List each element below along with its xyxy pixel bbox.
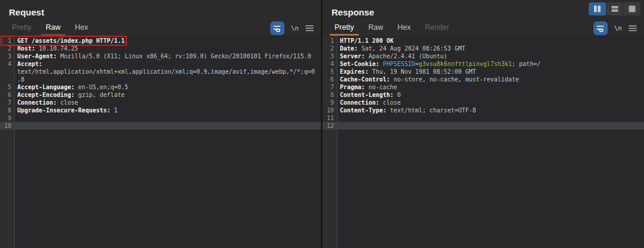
line-number: 12 [323,122,337,130]
tab-hex[interactable]: Hex [68,20,95,36]
editor-menu-button[interactable] [629,25,637,32]
code-line[interactable]: 11 [323,114,644,122]
line-number [0,76,14,83]
tab-render[interactable]: Render [418,20,457,36]
editor-menu-button[interactable] [305,25,314,32]
line-number: 1 [323,37,337,45]
code-line[interactable]: 2Date: Sat, 24 Aug 2024 08:26:53 GMT [323,45,644,52]
code-text: Content-Length: 0 [337,91,401,99]
code-line[interactable]: 2Host: 10.10.74.25 [0,45,321,52]
split-rows-icon [611,5,618,12]
code-line[interactable]: 8Content-Length: 0 [323,91,644,99]
code-line[interactable]: 4Set-Cookie: PHPSESSID=g3vsu8k6nnfttlpin… [323,60,644,68]
code-line[interactable]: 7Connection: close [0,99,321,106]
word-wrap-button[interactable] [593,21,608,35]
code-text: Content-Type: text/html; charset=UTF-8 [337,106,476,114]
code-line[interactable]: 5Accept-Language: en-US,en;q=0.5 [0,83,321,91]
code-line[interactable]: 3Server: Apache/2.4.41 (Ubuntu) [323,52,644,60]
tab-pretty[interactable]: Pretty [327,20,361,36]
line-number: 9 [0,114,14,122]
code-text: Accept-Language: en-US,en;q=0.5 [14,83,129,91]
code-line[interactable]: 3User-Agent: Mozilla/5.0 (X11; Linux x86… [0,52,321,60]
line-number [0,68,14,76]
code-line[interactable]: 10Content-Type: text/html; charset=UTF-8 [323,106,644,114]
hamburger-menu-icon [629,25,637,32]
request-code-lines: 1GET /assets/index.php HTTP/1.12Host: 10… [0,37,321,130]
line-number: 2 [0,45,14,52]
newline-toggle[interactable]: \n [291,24,299,32]
layout-columns-button[interactable] [589,2,606,15]
split-columns-icon [593,5,601,12]
code-line[interactable]: 7Pragma: no-cache [323,83,644,91]
code-text: Date: Sat, 24 Aug 2024 08:26:53 GMT [337,45,465,52]
code-line[interactable]: 1HTTP/1.1 200 OK [323,37,644,45]
code-text: HTTP/1.1 200 OK [337,37,393,45]
line-number: 1 [0,37,14,45]
request-panel: Request PrettyRawHex \n [0,0,321,248]
line-number: 2 [323,45,337,52]
line-number: 10 [323,106,337,114]
code-line[interactable]: .8 [0,76,321,83]
response-tabs: PrettyRawHexRender [327,20,457,36]
code-text: Connection: close [337,99,401,106]
layout-single-button[interactable] [623,2,640,15]
line-number: 8 [323,91,337,99]
line-number: 8 [0,106,14,114]
line-number: 4 [0,60,14,68]
code-text: .8 [14,76,24,83]
tab-hex[interactable]: Hex [390,20,418,36]
code-text: Upgrade-Insecure-Requests: 1 [14,106,118,114]
code-line[interactable]: 9 [0,114,321,122]
code-line[interactable]: 1GET /assets/index.php HTTP/1.1 [0,37,321,45]
tab-pretty[interactable]: Pretty [5,20,39,36]
response-code-lines: 1HTTP/1.1 200 OK2Date: Sat, 24 Aug 2024 … [323,37,644,130]
tab-raw[interactable]: Raw [39,20,68,36]
line-number: 3 [0,52,14,60]
code-text: Set-Cookie: PHPSESSID=g3vsu8k6nnfttlpinv… [337,60,540,68]
code-text: Cache-Control: no-store, no-cache, must-… [337,76,519,83]
code-line[interactable]: text/html,application/xhtml+xml,applicat… [0,68,321,76]
code-text: Host: 10.10.74.25 [14,45,78,52]
line-number: 4 [323,60,337,68]
code-text: Pragma: no-cache [337,83,397,91]
request-tabs: PrettyRawHex [5,20,95,36]
word-wrap-button[interactable] [270,21,285,35]
code-text [14,114,17,122]
single-pane-icon [629,5,636,12]
request-panel-title: Request [0,0,321,20]
code-line[interactable]: 10 [0,122,321,130]
line-number: 5 [323,68,337,76]
tab-raw[interactable]: Raw [361,20,390,36]
layout-view-controls [589,2,640,15]
code-line[interactable]: 9Connection: close [323,99,644,106]
code-line[interactable]: 4Accept: [0,60,321,68]
layout-rows-button[interactable] [606,2,623,15]
code-line[interactable]: 5Expires: Thu, 19 Nov 1981 08:52:00 GMT [323,68,644,76]
line-number: 6 [0,91,14,99]
code-text: Connection: close [14,99,78,106]
code-text: text/html,application/xhtml+xml,applicat… [14,68,315,76]
line-number: 10 [0,122,14,130]
line-number: 5 [0,83,14,91]
response-editor[interactable]: 1HTTP/1.1 200 OK2Date: Sat, 24 Aug 2024 … [323,36,644,248]
newline-toggle[interactable]: \n [614,24,622,32]
code-text: User-Agent: Mozilla/5.0 (X11; Linux x86_… [14,52,311,60]
code-line[interactable]: 6Accept-Encoding: gzip, deflate [0,91,321,99]
response-tabbar: PrettyRawHexRender \n [323,20,644,36]
code-line[interactable]: 6Cache-Control: no-store, no-cache, must… [323,76,644,83]
word-wrap-icon [596,24,605,33]
message-editor-split: Request PrettyRawHex \n [0,0,644,248]
code-line[interactable]: 12 [323,122,644,130]
code-text [337,122,340,130]
request-editor[interactable]: 1GET /assets/index.php HTTP/1.12Host: 10… [0,36,321,248]
code-text: Accept-Encoding: gzip, deflate [14,91,125,99]
response-panel: Response PrettyRawHexRender \n [323,0,644,248]
request-tabbar: PrettyRawHex \n [0,20,321,36]
response-editor-toolbar: \n [593,20,644,36]
line-number: 11 [323,114,337,122]
code-line[interactable]: 8Upgrade-Insecure-Requests: 1 [0,106,321,114]
line-number: 7 [323,83,337,91]
code-text [337,114,340,122]
code-text [14,122,17,130]
word-wrap-icon [273,24,282,33]
